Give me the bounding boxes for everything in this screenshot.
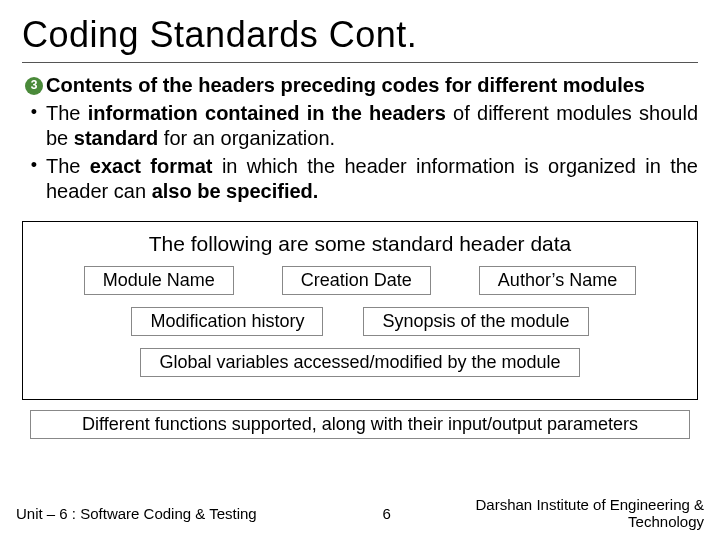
- chip-row: Module Name Creation Date Author’s Name: [35, 266, 685, 295]
- box-caption: The following are some standard header d…: [35, 232, 685, 256]
- chip-row: Modification history Synopsis of the mod…: [35, 307, 685, 336]
- bullet-marker: •: [22, 101, 46, 152]
- chip-module-name: Module Name: [84, 266, 234, 295]
- bullet-marker: •: [22, 154, 46, 205]
- chip-global-vars: Global variables accessed/modified by th…: [140, 348, 579, 377]
- chip-functions: Different functions supported, along wit…: [30, 410, 690, 439]
- bullet-text: Contents of the headers preceding codes …: [46, 73, 698, 99]
- chip-row: Global variables accessed/modified by th…: [35, 348, 685, 377]
- bullet-item: 3 Contents of the headers preceding code…: [22, 73, 698, 99]
- chip-modification-history: Modification history: [131, 307, 323, 336]
- footer-unit: Unit – 6 : Software Coding & Testing: [16, 505, 257, 522]
- bullet-text: The information contained in the headers…: [46, 101, 698, 152]
- bullet-item: • The exact format in which the header i…: [22, 154, 698, 205]
- slide: Coding Standards Cont. 3 Contents of the…: [0, 0, 720, 540]
- bullet-text: The exact format in which the header inf…: [46, 154, 698, 205]
- bullet-list: 3 Contents of the headers preceding code…: [22, 73, 698, 205]
- chip-author-name: Author’s Name: [479, 266, 636, 295]
- header-data-box: The following are some standard header d…: [22, 221, 698, 400]
- slide-footer: Unit – 6 : Software Coding & Testing 6 D…: [0, 496, 720, 530]
- title-divider: [22, 62, 698, 63]
- numbered-badge-icon: 3: [22, 73, 46, 99]
- bullet-item: • The information contained in the heade…: [22, 101, 698, 152]
- chip-synopsis: Synopsis of the module: [363, 307, 588, 336]
- chip-creation-date: Creation Date: [282, 266, 431, 295]
- footer-institute: Darshan Institute of Engineering & Techn…: [417, 496, 704, 530]
- slide-title: Coding Standards Cont.: [22, 14, 698, 56]
- footer-page-number: 6: [357, 505, 417, 522]
